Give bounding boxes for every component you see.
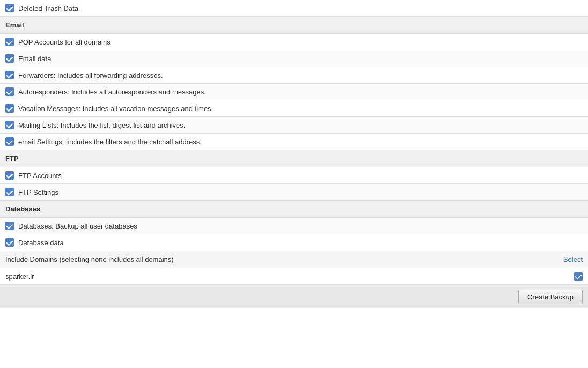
email-label-4: Vacation Messages: Includes all vacation… — [18, 105, 213, 113]
domain-name-0: sparker.ir — [5, 273, 34, 281]
email-checkbox-1[interactable] — [5, 54, 14, 63]
include-domains-label: Include Domains (selecting none includes… — [5, 255, 174, 263]
email-label-2: Forwarders: Includes all forwarding addr… — [18, 71, 163, 79]
deleted-trash-data-checkbox[interactable] — [5, 4, 14, 12]
email-label-6: email Settings: Includes the filters and… — [18, 138, 202, 146]
deleted-trash-data-checkbox-wrapper: Deleted Trash Data — [5, 4, 583, 12]
deleted-trash-data-row: Deleted Trash Data — [0, 0, 588, 17]
email-checkbox-0[interactable] — [5, 38, 14, 46]
ftp-checkbox-1[interactable] — [5, 188, 14, 196]
databases-label-1: Database data — [18, 239, 64, 247]
email-checkbox-3[interactable] — [5, 87, 14, 96]
email-item-4: Vacation Messages: Includes all vacation… — [0, 100, 588, 117]
databases-checkbox-0[interactable] — [5, 222, 14, 230]
databases-item-1: Database data — [0, 234, 588, 251]
ftp-checkbox-0[interactable] — [5, 171, 14, 180]
email-checkbox-2[interactable] — [5, 71, 14, 79]
email-label-3: Autoresponders: Includes all autorespond… — [18, 88, 206, 96]
ftp-label-0: FTP Accounts — [18, 172, 62, 180]
email-item-2: Forwarders: Includes all forwarding addr… — [0, 67, 588, 84]
ftp-item-0: FTP Accounts — [0, 167, 588, 184]
email-label-5: Mailing Lists: Includes the list, digest… — [18, 121, 185, 129]
backup-form: Deleted Trash Data Email POP Accounts fo… — [0, 0, 588, 368]
email-item-6: email Settings: Includes the filters and… — [0, 134, 588, 150]
select-link[interactable]: Select — [563, 255, 583, 263]
databases-label-0: Databases: Backup all user databases — [18, 222, 137, 230]
create-backup-button[interactable]: Create Backup — [518, 290, 583, 304]
deleted-trash-data-label: Deleted Trash Data — [18, 4, 78, 12]
databases-section-header: Databases — [0, 201, 588, 218]
email-item-5: Mailing Lists: Includes the list, digest… — [0, 117, 588, 134]
email-label-1: Email data — [18, 55, 51, 63]
email-item-1: Email data — [0, 50, 588, 67]
domain-row-0: sparker.ir — [0, 268, 588, 285]
databases-item-0: Databases: Backup all user databases — [0, 218, 588, 234]
ftp-section-title: FTP — [5, 154, 19, 163]
email-checkbox-6[interactable] — [5, 137, 14, 146]
databases-checkbox-1[interactable] — [5, 238, 14, 247]
databases-section-title: Databases — [5, 205, 40, 213]
email-section-title: Email — [5, 21, 24, 29]
include-domains-row: Include Domains (selecting none includes… — [0, 251, 588, 268]
email-item-3: Autoresponders: Includes all autorespond… — [0, 84, 588, 100]
email-label-0: POP Accounts for all domains — [18, 38, 111, 46]
footer-row: Create Backup — [0, 285, 588, 308]
ftp-label-1: FTP Settings — [18, 188, 58, 196]
email-checkbox-5[interactable] — [5, 121, 14, 129]
domain-checkbox-0[interactable] — [574, 272, 583, 281]
ftp-item-1: FTP Settings — [0, 184, 588, 201]
ftp-section-header: FTP — [0, 150, 588, 167]
email-item-0: POP Accounts for all domains — [0, 34, 588, 50]
email-checkbox-4[interactable] — [5, 104, 14, 113]
email-section-header: Email — [0, 17, 588, 34]
